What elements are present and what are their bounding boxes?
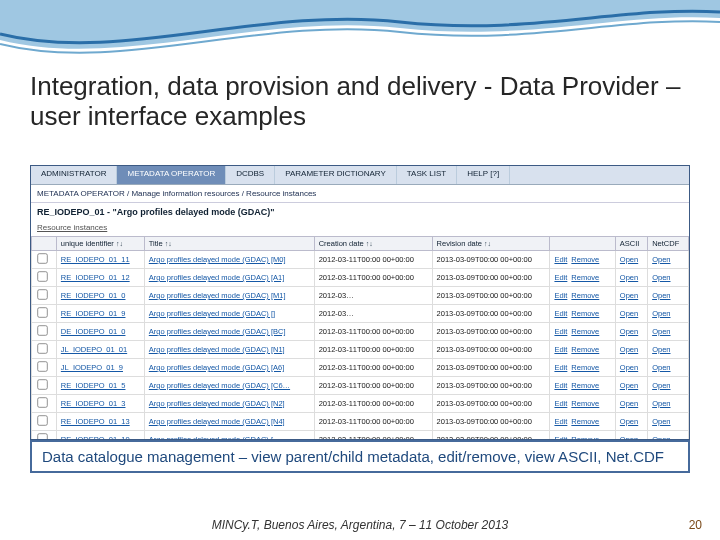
row-id[interactable]: DE_IODEPO_01_0 bbox=[56, 323, 144, 341]
breadcrumb: METADATA OPERATOR / Manage information r… bbox=[31, 185, 689, 203]
edit-link[interactable]: Edit bbox=[554, 309, 567, 318]
row-actions: EditRemove bbox=[550, 431, 615, 441]
row-id[interactable]: RE_IODEPO_01_0 bbox=[56, 287, 144, 305]
tab-metadata-operator[interactable]: METADATA OPERATOR bbox=[117, 166, 226, 184]
edit-link[interactable]: Edit bbox=[554, 345, 567, 354]
row-checkbox[interactable] bbox=[37, 397, 47, 407]
ascii-link[interactable]: Open bbox=[615, 413, 647, 431]
table-row: RE_IODEPO_01_0Argo profiles delayed mode… bbox=[32, 287, 689, 305]
row-title[interactable]: Argo profiles delayed mode (GDAC) [BC] bbox=[144, 323, 314, 341]
remove-link[interactable]: Remove bbox=[571, 345, 599, 354]
netcdf-link[interactable]: Open bbox=[648, 377, 689, 395]
row-checkbox[interactable] bbox=[37, 289, 47, 299]
netcdf-link[interactable]: Open bbox=[648, 359, 689, 377]
row-title[interactable]: Argo profiles delayed mode (GDAC) [] bbox=[144, 305, 314, 323]
edit-link[interactable]: Edit bbox=[554, 399, 567, 408]
row-checkbox[interactable] bbox=[37, 271, 47, 281]
row-checkbox[interactable] bbox=[37, 343, 47, 353]
ascii-link[interactable]: Open bbox=[615, 431, 647, 441]
row-title[interactable]: Argo profiles delayed mode (GDAC) [C6… bbox=[144, 377, 314, 395]
edit-link[interactable]: Edit bbox=[554, 273, 567, 282]
row-revision-date: 2013-03-09T00:00 00+00:00 bbox=[432, 377, 550, 395]
row-revision-date: 2013-03-09T00:00 00+00:00 bbox=[432, 413, 550, 431]
remove-link[interactable]: Remove bbox=[571, 381, 599, 390]
col-creation-date[interactable]: Creation date ↑↓ bbox=[314, 237, 432, 251]
remove-link[interactable]: Remove bbox=[571, 309, 599, 318]
remove-link[interactable]: Remove bbox=[571, 399, 599, 408]
tab-administrator[interactable]: ADMINISTRATOR bbox=[31, 166, 117, 184]
edit-link[interactable]: Edit bbox=[554, 255, 567, 264]
tab-help[interactable]: HELP [?] bbox=[457, 166, 510, 184]
netcdf-link[interactable]: Open bbox=[648, 287, 689, 305]
row-title[interactable]: Argo profiles delayed mode (GDAC) [… bbox=[144, 431, 314, 441]
edit-link[interactable]: Edit bbox=[554, 291, 567, 300]
edit-link[interactable]: Edit bbox=[554, 417, 567, 426]
tab-parameter-dictionary[interactable]: PARAMETER DICTIONARY bbox=[275, 166, 397, 184]
remove-link[interactable]: Remove bbox=[571, 417, 599, 426]
row-id[interactable]: RE_IODEPO_01_10 bbox=[56, 431, 144, 441]
tab-dcdbs[interactable]: DCDBS bbox=[226, 166, 275, 184]
row-actions: EditRemove bbox=[550, 269, 615, 287]
ascii-link[interactable]: Open bbox=[615, 305, 647, 323]
slide-title: Integration, data provision and delivery… bbox=[30, 72, 690, 132]
page-number: 20 bbox=[689, 518, 702, 532]
sort-icon[interactable]: ↑↓ bbox=[366, 240, 373, 247]
row-title[interactable]: Argo profiles delayed mode (GDAC) [N1] bbox=[144, 341, 314, 359]
ascii-link[interactable]: Open bbox=[615, 269, 647, 287]
ascii-link[interactable]: Open bbox=[615, 251, 647, 269]
row-id[interactable]: RE_IODEPO_01_5 bbox=[56, 377, 144, 395]
row-checkbox[interactable] bbox=[37, 415, 47, 425]
sort-icon[interactable]: ↑↓ bbox=[165, 240, 172, 247]
table-row: DE_IODEPO_01_0Argo profiles delayed mode… bbox=[32, 323, 689, 341]
tab-task-list[interactable]: TASK LIST bbox=[397, 166, 457, 184]
row-id[interactable]: RE_IODEPO_01_12 bbox=[56, 269, 144, 287]
row-title[interactable]: Argo profiles delayed mode (GDAC) [M0] bbox=[144, 251, 314, 269]
netcdf-link[interactable]: Open bbox=[648, 269, 689, 287]
row-id[interactable]: RE_IODEPO_01_13 bbox=[56, 413, 144, 431]
col-title[interactable]: Title ↑↓ bbox=[144, 237, 314, 251]
edit-link[interactable]: Edit bbox=[554, 327, 567, 336]
ascii-link[interactable]: Open bbox=[615, 323, 647, 341]
ascii-link[interactable]: Open bbox=[615, 395, 647, 413]
netcdf-link[interactable]: Open bbox=[648, 341, 689, 359]
row-checkbox[interactable] bbox=[37, 253, 47, 263]
row-checkbox-cell bbox=[32, 359, 57, 377]
sort-icon[interactable]: ↑↓ bbox=[484, 240, 491, 247]
netcdf-link[interactable]: Open bbox=[648, 305, 689, 323]
edit-link[interactable]: Edit bbox=[554, 363, 567, 372]
edit-link[interactable]: Edit bbox=[554, 381, 567, 390]
remove-link[interactable]: Remove bbox=[571, 255, 599, 264]
netcdf-link[interactable]: Open bbox=[648, 431, 689, 441]
col-id[interactable]: unique identifier ↑↓ bbox=[56, 237, 144, 251]
row-id[interactable]: RE_IODEPO_01_3 bbox=[56, 395, 144, 413]
ascii-link[interactable]: Open bbox=[615, 341, 647, 359]
row-checkbox[interactable] bbox=[37, 361, 47, 371]
row-actions: EditRemove bbox=[550, 359, 615, 377]
row-title[interactable]: Argo profiles delayed mode (GDAC) [A1] bbox=[144, 269, 314, 287]
netcdf-link[interactable]: Open bbox=[648, 395, 689, 413]
row-title[interactable]: Argo profiles delayed mode (GDAC) [M1] bbox=[144, 287, 314, 305]
col-revision-date[interactable]: Revision date ↑↓ bbox=[432, 237, 550, 251]
netcdf-link[interactable]: Open bbox=[648, 251, 689, 269]
ascii-link[interactable]: Open bbox=[615, 359, 647, 377]
row-checkbox[interactable] bbox=[37, 325, 47, 335]
remove-link[interactable]: Remove bbox=[571, 327, 599, 336]
ascii-link[interactable]: Open bbox=[615, 287, 647, 305]
row-id[interactable]: JL_IODEPO_01_9 bbox=[56, 359, 144, 377]
remove-link[interactable]: Remove bbox=[571, 273, 599, 282]
netcdf-link[interactable]: Open bbox=[648, 413, 689, 431]
row-id[interactable]: RE_IODEPO_01_11 bbox=[56, 251, 144, 269]
row-title[interactable]: Argo profiles delayed mode (GDAC) [A6] bbox=[144, 359, 314, 377]
netcdf-link[interactable]: Open bbox=[648, 323, 689, 341]
row-checkbox[interactable] bbox=[37, 433, 47, 440]
row-id[interactable]: RE_IODEPO_01_9 bbox=[56, 305, 144, 323]
remove-link[interactable]: Remove bbox=[571, 363, 599, 372]
ascii-link[interactable]: Open bbox=[615, 377, 647, 395]
row-id[interactable]: JL_IODEPO_01_01 bbox=[56, 341, 144, 359]
row-checkbox[interactable] bbox=[37, 379, 47, 389]
row-checkbox[interactable] bbox=[37, 307, 47, 317]
row-title[interactable]: Argo profiles delayed mode (GDAC) [N4] bbox=[144, 413, 314, 431]
sort-icon[interactable]: ↑↓ bbox=[116, 240, 123, 247]
remove-link[interactable]: Remove bbox=[571, 291, 599, 300]
row-title[interactable]: Argo profiles delayed mode (GDAC) [N2] bbox=[144, 395, 314, 413]
